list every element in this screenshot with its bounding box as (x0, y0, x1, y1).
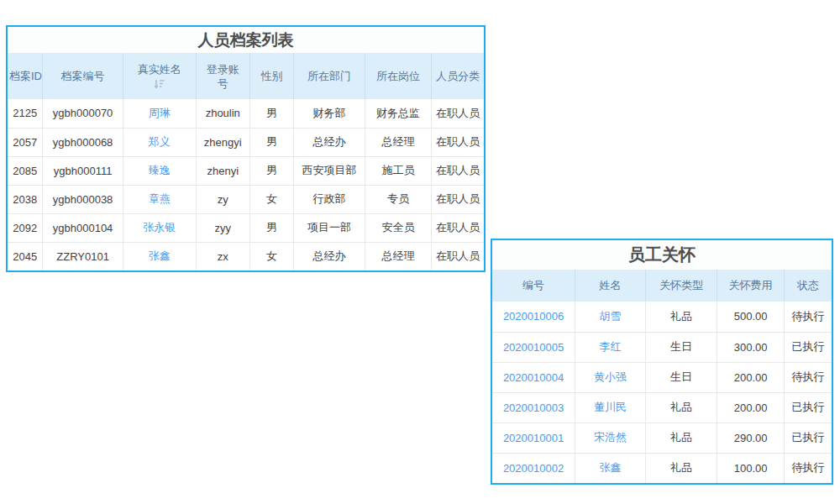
cell-care-no: 2020010002 (492, 453, 575, 483)
col-header-real-name[interactable]: 真实姓名 (123, 53, 196, 99)
cell-care-fee: 100.00 (717, 453, 785, 483)
cell-care-fee: 300.00 (717, 332, 785, 362)
table-row: 2020010002 张鑫 礼品 100.00 待执行 (492, 453, 832, 483)
real-name-link[interactable]: 张鑫 (149, 249, 171, 262)
cell-status: 已执行 (784, 392, 832, 423)
cell-status: 待执行 (784, 362, 832, 392)
care-no-link[interactable]: 2020010003 (503, 402, 564, 414)
cell-department: 总经办 (294, 128, 365, 156)
personnel-header-row: 档案ID 档案编号 真实姓名 (8, 53, 484, 99)
real-name-link[interactable]: 张永银 (143, 221, 176, 234)
cell-care-fee: 500.00 (717, 302, 785, 332)
cell-archive-id: 2092 (8, 213, 43, 242)
cell-archive-code: ZZRY0101 (43, 242, 123, 270)
real-name-link[interactable]: 臻逸 (149, 164, 171, 176)
cell-status: 待执行 (784, 453, 832, 483)
cell-real-name: 章燕 (123, 185, 196, 213)
cell-position: 专员 (365, 185, 431, 213)
table-row: 2020010003 董川民 礼品 200.00 已执行 (492, 392, 832, 423)
cell-care-type: 生日 (645, 332, 717, 362)
table-row: 2045 ZZRY0101 张鑫 zx 女 总经办 总经理 在职人员 (8, 242, 484, 270)
care-no-link[interactable]: 2020010006 (503, 310, 564, 323)
cell-real-name: 臻逸 (123, 156, 196, 185)
cell-login-account: zx (197, 242, 250, 270)
employee-name-link[interactable]: 黄小强 (594, 370, 627, 383)
cell-category: 在职人员 (432, 156, 484, 185)
cell-login-account: zy (197, 185, 250, 213)
cell-name: 李红 (575, 332, 646, 362)
cell-care-type: 生日 (645, 362, 717, 392)
col-header-care-fee: 关怀费用 (717, 270, 785, 302)
cell-status: 待执行 (784, 302, 832, 332)
cell-care-no: 2020010001 (492, 423, 575, 453)
real-name-link[interactable]: 周琳 (149, 107, 171, 119)
table-row: 2125 ygbh000070 周琳 zhoulin 男 财务部 财务总监 在职… (8, 99, 484, 128)
care-no-link[interactable]: 2020010002 (503, 462, 564, 475)
cell-care-type: 礼品 (645, 302, 717, 332)
page: 人员档案列表 档案ID 档案编号 真实姓名 (0, 0, 840, 504)
employee-name-link[interactable]: 董川民 (594, 401, 627, 413)
cell-care-no: 2020010004 (492, 362, 575, 392)
employee-name-link[interactable]: 李红 (599, 340, 621, 353)
cell-department: 行政部 (294, 185, 365, 213)
cell-care-type: 礼品 (645, 392, 717, 423)
care-no-link[interactable]: 2020010001 (503, 432, 564, 444)
col-header-real-name-label: 真实姓名 (138, 63, 181, 76)
personnel-table: 档案ID 档案编号 真实姓名 (8, 53, 484, 270)
table-row: 2092 ygbh000104 张永银 zyy 男 项目一部 安全员 在职人员 (8, 213, 484, 242)
cell-real-name: 周琳 (123, 99, 196, 128)
cell-care-fee: 200.00 (717, 362, 785, 392)
employee-name-link[interactable]: 胡雪 (599, 310, 621, 323)
cell-position: 总经理 (365, 128, 431, 156)
cell-archive-id: 2038 (8, 185, 43, 213)
cell-gender: 女 (249, 242, 294, 270)
col-header-category: 人员分类 (432, 53, 484, 99)
col-header-login-account: 登录账号 (197, 53, 250, 99)
cell-archive-code: ygbh000068 (43, 128, 123, 156)
employee-name-link[interactable]: 张鑫 (599, 461, 621, 474)
cell-category: 在职人员 (432, 242, 484, 270)
col-header-archive-code: 档案编号 (43, 53, 123, 99)
real-name-link[interactable]: 章燕 (149, 192, 171, 205)
cell-category: 在职人员 (432, 185, 484, 213)
cell-position: 财务总监 (365, 99, 431, 128)
cell-name: 胡雪 (575, 302, 646, 332)
col-header-name: 姓名 (575, 270, 646, 302)
sort-amount-icon (125, 79, 194, 90)
table-row: 2020010004 黄小强 生日 200.00 待执行 (492, 362, 832, 392)
employee-care-card: 员工关怀 编号 姓名 关怀类型 关怀费用 状态 2020010006 胡雪 礼品 (491, 239, 833, 485)
care-header-row: 编号 姓名 关怀类型 关怀费用 状态 (492, 270, 832, 302)
table-row: 2020010001 宋浩然 礼品 290.00 已执行 (492, 423, 832, 453)
cell-department: 财务部 (294, 99, 365, 128)
care-table-title: 员工关怀 (492, 240, 832, 270)
cell-archive-code: ygbh000038 (43, 185, 123, 213)
col-header-care-type: 关怀类型 (645, 270, 717, 302)
cell-real-name: 张永银 (123, 213, 196, 242)
cell-name: 董川民 (575, 392, 646, 423)
cell-category: 在职人员 (432, 128, 484, 156)
care-no-link[interactable]: 2020010005 (503, 341, 564, 354)
cell-archive-code: ygbh000070 (43, 99, 123, 128)
table-row: 2038 ygbh000038 章燕 zy 女 行政部 专员 在职人员 (8, 185, 484, 213)
cell-login-account: zyy (197, 213, 250, 242)
col-header-gender: 性别 (249, 53, 294, 99)
cell-gender: 男 (249, 156, 294, 185)
care-table: 编号 姓名 关怀类型 关怀费用 状态 2020010006 胡雪 礼品 500.… (492, 270, 832, 483)
cell-archive-id: 2125 (8, 99, 43, 128)
personnel-table-title: 人员档案列表 (8, 27, 484, 53)
cell-login-account: zhengyi (197, 128, 250, 156)
cell-name: 黄小强 (575, 362, 646, 392)
cell-real-name: 张鑫 (123, 242, 196, 270)
real-name-link[interactable]: 郑义 (149, 135, 171, 148)
cell-care-type: 礼品 (645, 423, 717, 453)
cell-category: 在职人员 (432, 213, 484, 242)
col-header-status: 状态 (784, 270, 832, 302)
col-header-care-no: 编号 (492, 270, 575, 302)
cell-login-account: zhenyi (197, 156, 250, 185)
personnel-archive-card: 人员档案列表 档案ID 档案编号 真实姓名 (6, 25, 486, 272)
col-header-position: 所在岗位 (365, 53, 431, 99)
table-row: 2020010005 李红 生日 300.00 已执行 (492, 332, 832, 362)
employee-name-link[interactable]: 宋浩然 (594, 431, 627, 444)
cell-category: 在职人员 (432, 99, 484, 128)
care-no-link[interactable]: 2020010004 (503, 371, 564, 384)
